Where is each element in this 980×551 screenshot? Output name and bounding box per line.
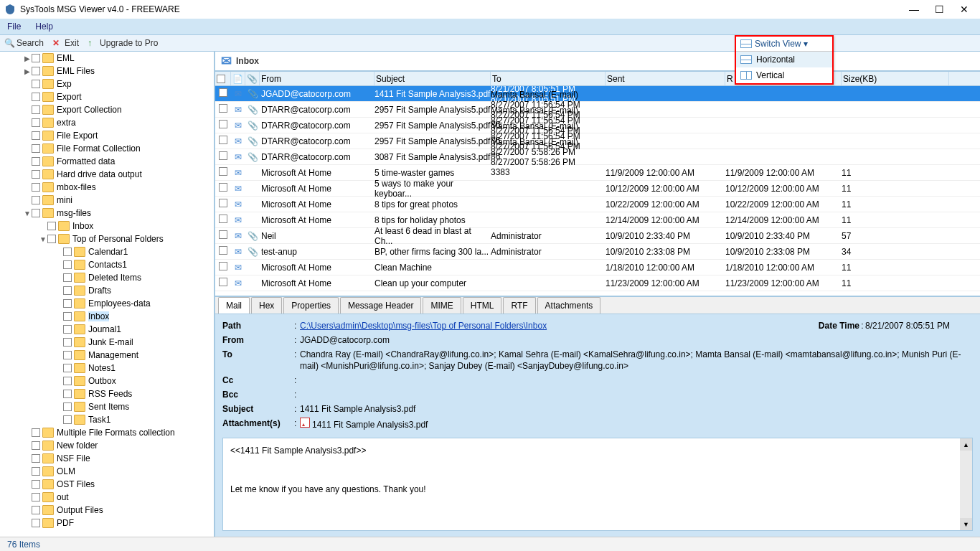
expand-icon[interactable]: ▶ (23, 55, 32, 62)
row-checkbox[interactable] (219, 246, 227, 255)
select-all-checkbox[interactable] (217, 75, 225, 83)
tree-item[interactable]: Management (0, 349, 214, 362)
tree-checkbox[interactable] (32, 493, 40, 501)
row-checkbox[interactable] (219, 199, 227, 207)
tree-checkbox[interactable] (63, 402, 72, 411)
expand-icon[interactable]: ▶ (23, 67, 32, 75)
tree-item[interactable]: Deleted Items (0, 271, 214, 284)
row-checkbox[interactable] (219, 151, 227, 160)
menu-file[interactable]: File (7, 22, 21, 32)
search-button[interactable]: 🔍 Search (4, 38, 44, 48)
tree-item[interactable]: Task1 (0, 413, 214, 426)
tree-item[interactable]: Export Collection (0, 103, 214, 116)
tree-checkbox[interactable] (63, 248, 72, 256)
tree-item[interactable]: Inbox (0, 220, 214, 232)
header-from[interactable]: From (260, 72, 374, 85)
tree-checkbox[interactable] (63, 260, 72, 269)
tree-checkbox[interactable] (32, 454, 40, 463)
tree-item[interactable]: Formatted data (0, 155, 214, 168)
tree-checkbox[interactable] (63, 325, 72, 334)
tree-checkbox[interactable] (32, 209, 40, 217)
message-row[interactable]: ✉📎NeilAt least 6 dead in blast at Ch...A… (215, 228, 980, 244)
menu-help[interactable]: Help (35, 22, 53, 32)
tree-checkbox[interactable] (63, 299, 72, 308)
tree-checkbox[interactable] (32, 467, 40, 476)
tab-attachments[interactable]: Attachments (537, 297, 601, 314)
close-button[interactable]: ✕ (960, 4, 969, 15)
scroll-down-button[interactable]: ▼ (960, 518, 972, 530)
tree-item[interactable]: ▼Top of Personal Folders (0, 232, 214, 245)
tree-item[interactable]: ▼msg-files (0, 207, 214, 220)
tree-item[interactable]: OST Files (0, 478, 214, 491)
tree-item[interactable]: NSF File (0, 452, 214, 465)
tree-checkbox[interactable] (32, 67, 40, 75)
tree-checkbox[interactable] (32, 170, 40, 179)
expand-icon[interactable]: ▼ (39, 235, 47, 243)
tree-checkbox[interactable] (63, 312, 72, 321)
row-checkbox[interactable] (219, 215, 227, 223)
tree-item[interactable]: Calendar1 (0, 245, 214, 258)
tree-item[interactable]: RSS Feeds (0, 387, 214, 400)
tree-checkbox[interactable] (63, 351, 72, 359)
tree-checkbox[interactable] (47, 235, 56, 243)
tree-checkbox[interactable] (32, 428, 40, 437)
header-size[interactable]: Size(KB) (842, 72, 949, 85)
tree-item[interactable]: Output Files (0, 504, 214, 517)
tree-item[interactable]: File Export (0, 129, 214, 142)
tree-item[interactable]: Outbox (0, 375, 214, 387)
body-scrollbar[interactable]: ▲ ▼ (960, 438, 972, 530)
tree-item[interactable]: Export (0, 90, 214, 103)
tree-checkbox[interactable] (32, 480, 40, 489)
tree-item[interactable]: Multiple File Formats collection (0, 426, 214, 439)
tree-checkbox[interactable] (32, 118, 40, 127)
tab-hex[interactable]: Hex (251, 297, 282, 314)
tree-checkbox[interactable] (63, 377, 72, 385)
tree-item[interactable]: out (0, 491, 214, 504)
tab-rtf[interactable]: RTF (503, 297, 535, 314)
message-body[interactable]: <<1411 Fit Sample Analysis3.pdf>> Let me… (222, 438, 973, 531)
tree-checkbox[interactable] (32, 441, 40, 450)
tree-item[interactable]: ▶EML (0, 52, 214, 65)
header-sent[interactable]: Sent (606, 72, 725, 85)
message-row[interactable]: ✉📎test-anupBP, other firms facing 300 la… (215, 244, 980, 260)
message-row[interactable]: ✉Microsoft At Home8 tips for great photo… (215, 197, 980, 212)
maximize-button[interactable]: ☐ (935, 4, 944, 15)
upgrade-button[interactable]: ↑ Upgrade to Pro (88, 38, 158, 48)
message-row[interactable]: ✉📎DTARR@catocorp.com3087 Fit Sample Anal… (215, 149, 980, 165)
message-row[interactable]: ✉Microsoft At Home5 ways to make your ke… (215, 181, 980, 197)
message-row[interactable]: ✉Microsoft At Home8 tips for holiday pho… (215, 212, 980, 228)
tree-checkbox[interactable] (32, 157, 40, 166)
row-checkbox[interactable] (219, 278, 227, 286)
tab-message-header[interactable]: Message Header (340, 297, 421, 314)
tree-item[interactable]: PDF (0, 517, 214, 529)
tree-checkbox[interactable] (32, 144, 40, 153)
tree-checkbox[interactable] (32, 54, 40, 62)
row-checkbox[interactable] (219, 230, 227, 239)
row-checkbox[interactable] (219, 136, 227, 144)
header-to[interactable]: To (491, 72, 606, 85)
message-row[interactable]: ✉Microsoft At HomeClean Machine1/18/2010… (215, 260, 980, 276)
tree-item[interactable]: Inbox (0, 310, 214, 323)
row-checkbox[interactable] (219, 88, 227, 97)
switch-view-button[interactable]: Switch View ▾ (736, 37, 832, 52)
tree-item[interactable]: Employees-data (0, 297, 214, 310)
tree-checkbox[interactable] (63, 364, 72, 372)
tree-item[interactable]: Junk E-mail (0, 336, 214, 349)
tree-item[interactable]: mbox-files (0, 181, 214, 194)
tree-checkbox[interactable] (47, 222, 56, 230)
tree-item[interactable]: Exp (0, 77, 214, 90)
tree-checkbox[interactable] (32, 80, 40, 88)
row-checkbox[interactable] (219, 183, 227, 192)
tree-checkbox[interactable] (32, 131, 40, 140)
tree-item[interactable]: mini (0, 194, 214, 207)
row-checkbox[interactable] (219, 167, 227, 176)
exit-button[interactable]: ✕ Exit (52, 38, 79, 48)
tab-mime[interactable]: MIME (423, 297, 461, 314)
attachment-value[interactable]: 1411 Fit Sample Analysis3.pdf (312, 420, 428, 430)
tree-checkbox[interactable] (32, 196, 40, 204)
expand-icon[interactable]: ▼ (23, 209, 32, 217)
tree-checkbox[interactable] (32, 93, 40, 101)
tree-checkbox[interactable] (32, 105, 40, 114)
tree-checkbox[interactable] (32, 183, 40, 192)
row-checkbox[interactable] (219, 262, 227, 270)
